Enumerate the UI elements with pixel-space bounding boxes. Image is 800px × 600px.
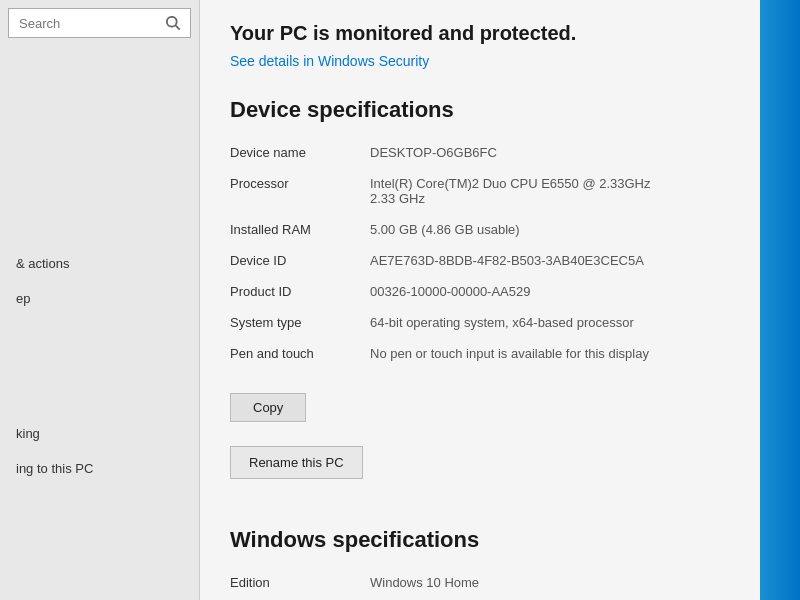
table-row: ProcessorIntel(R) Core(TM)2 Duo CPU E655… xyxy=(230,172,730,210)
spec-value: No pen or touch input is available for t… xyxy=(370,342,730,365)
table-row-gap xyxy=(230,210,730,218)
sidebar-item-ing-label: ing to this PC xyxy=(16,461,93,476)
blue-edge-decoration xyxy=(760,0,800,600)
sidebar-item-king[interactable]: king xyxy=(0,416,199,451)
spec-label: Edition xyxy=(230,571,370,594)
sidebar-item-ing-to-pc[interactable]: ing to this PC xyxy=(0,451,199,486)
device-specs-table: Device nameDESKTOP-O6GB6FCProcessorIntel… xyxy=(230,141,730,373)
device-specs-section: Device specifications Device nameDESKTOP… xyxy=(230,97,730,507)
spec-value: AE7E763D-8BDB-4F82-B503-3AB40E3CEC5A xyxy=(370,249,730,272)
table-row-gap xyxy=(230,334,730,342)
table-row-gap xyxy=(230,303,730,311)
device-specs-title: Device specifications xyxy=(230,97,730,123)
windows-specs-title: Windows specifications xyxy=(230,527,730,553)
spec-value: 5.00 GB (4.86 GB usable) xyxy=(370,218,730,241)
table-row-gap xyxy=(230,241,730,249)
spec-label: Product ID xyxy=(230,280,370,303)
spec-label: Pen and touch xyxy=(230,342,370,365)
table-row: Device IDAE7E763D-8BDB-4F82-B503-3AB40E3… xyxy=(230,249,730,272)
table-row-gap xyxy=(230,365,730,373)
security-status-text: Your PC is monitored and protected. xyxy=(230,20,730,46)
windows-specs-table: EditionWindows 10 Home xyxy=(230,571,730,594)
table-row: Installed RAM5.00 GB (4.86 GB usable) xyxy=(230,218,730,241)
search-input[interactable] xyxy=(19,16,162,31)
spec-value: Windows 10 Home xyxy=(370,571,730,594)
spec-label: Device name xyxy=(230,141,370,164)
table-row: Product ID00326-10000-00000-AA529 xyxy=(230,280,730,303)
windows-specs-section: Windows specifications EditionWindows 10… xyxy=(230,527,730,594)
table-row-gap xyxy=(230,272,730,280)
sidebar-item-actions[interactable]: & actions xyxy=(0,246,199,281)
search-bar[interactable] xyxy=(8,8,191,38)
table-row-gap xyxy=(230,164,730,172)
table-row: EditionWindows 10 Home xyxy=(230,571,730,594)
spec-value: 00326-10000-00000-AA529 xyxy=(370,280,730,303)
sidebar-item-ep-label: ep xyxy=(16,291,30,306)
security-link[interactable]: See details in Windows Security xyxy=(230,53,429,69)
sidebar-item-actions-label: & actions xyxy=(16,256,69,271)
rename-pc-button[interactable]: Rename this PC xyxy=(230,446,363,479)
security-status: Your PC is monitored and protected. See … xyxy=(230,20,730,97)
spec-label: Device ID xyxy=(230,249,370,272)
sidebar: & actions ep king ing to this PC xyxy=(0,0,200,600)
copy-button[interactable]: Copy xyxy=(230,393,306,422)
table-row: Device nameDESKTOP-O6GB6FC xyxy=(230,141,730,164)
search-icon xyxy=(166,15,180,31)
spec-value: DESKTOP-O6GB6FC xyxy=(370,141,730,164)
spec-label: Installed RAM xyxy=(230,218,370,241)
table-row: System type64-bit operating system, x64-… xyxy=(230,311,730,334)
table-row: Pen and touchNo pen or touch input is av… xyxy=(230,342,730,365)
spec-label: Processor xyxy=(230,172,370,210)
spec-label: System type xyxy=(230,311,370,334)
sidebar-item-king-label: king xyxy=(16,426,40,441)
spec-value: Intel(R) Core(TM)2 Duo CPU E6550 @ 2.33G… xyxy=(370,172,730,210)
sidebar-item-ep[interactable]: ep xyxy=(0,281,199,316)
spec-value: 64-bit operating system, x64-based proce… xyxy=(370,311,730,334)
main-content: Your PC is monitored and protected. See … xyxy=(200,0,760,600)
